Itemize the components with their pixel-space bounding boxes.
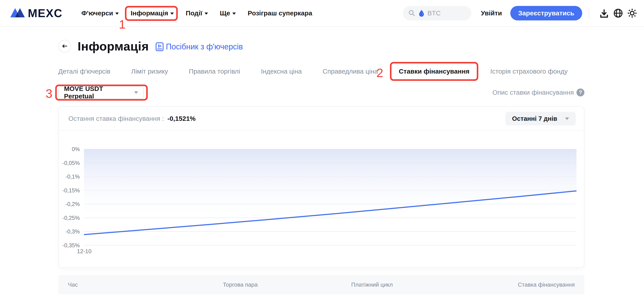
chevron-down-icon — [232, 13, 236, 15]
futures-guide-link[interactable]: Посібник з ф'ючерсів — [156, 42, 243, 51]
contract-select-value: MOVE USDT Perpetual — [64, 85, 134, 100]
funding-rate-panel: Остання ставка фінансування : -0,1521% О… — [58, 106, 584, 268]
annotation-step-3: 3 — [46, 87, 52, 100]
nav-item-2[interactable]: Інформація1 — [130, 8, 174, 18]
language-button[interactable] — [612, 8, 624, 19]
search-icon — [408, 10, 416, 17]
tab-3[interactable]: Правила торгівлі — [189, 68, 240, 75]
funding-rate-description-label: Опис ставки фінансування — [492, 89, 574, 96]
panel-header: Остання ставка фінансування : -0,1521% О… — [59, 107, 584, 131]
chevron-down-icon — [134, 91, 138, 94]
nav-item-label: Інформація — [131, 10, 168, 17]
area-fill — [84, 149, 576, 235]
login-button[interactable]: Увійти — [481, 10, 502, 17]
y-axis-label: -0,25% — [59, 215, 80, 221]
tab-6[interactable]: Ставки фінансування2 — [399, 68, 470, 75]
hot-flame-icon — [419, 10, 424, 17]
theme-toggle-button[interactable] — [626, 8, 638, 19]
annotation-box-2 — [390, 62, 478, 81]
mexc-logo-text: MEXC — [28, 7, 62, 20]
x-axis-label: 12-10 — [77, 248, 92, 255]
download-icon — [599, 8, 609, 19]
nav-item-1[interactable]: Ф'ючерси — [81, 8, 119, 18]
nav-item-label: Ще — [220, 10, 230, 17]
nav-item-4[interactable]: Ще — [220, 8, 236, 18]
funding-rate-description-link[interactable]: Опис ставки фінансування ? — [492, 88, 584, 96]
guide-book-icon — [156, 42, 164, 51]
last-funding-rate: Остання ставка фінансування : -0,1521% — [68, 115, 196, 122]
time-range-dropdown[interactable]: Останні 7 днів — [506, 112, 576, 125]
nav-item-3[interactable]: Події — [185, 8, 208, 18]
chevron-down-icon — [204, 13, 208, 15]
time-range-value: Останні 7 днів — [512, 115, 557, 122]
arrow-left-icon — [61, 42, 68, 50]
funding-chart-svg — [84, 149, 576, 247]
page-title: Інформація — [78, 39, 149, 53]
nav-divider — [589, 8, 589, 19]
tab-4[interactable]: Індексна ціна — [261, 68, 302, 75]
chevron-down-icon — [565, 117, 569, 120]
last-funding-rate-value: -0,1521% — [168, 115, 196, 122]
table-header-2: Торгова пара — [180, 281, 301, 288]
tabs-row: Деталі ф'ючерсівЛіміт ризикуПравила торг… — [58, 67, 584, 76]
contract-select-wrap: MOVE USDT Perpetual 3 — [58, 86, 144, 99]
title-row: Інформація Посібник з ф'ючерсів — [58, 38, 584, 54]
funding-table-header: ЧасТоргова параПлатіжний циклСтавка фіна… — [58, 275, 584, 294]
globe-icon — [613, 8, 624, 19]
tab-7[interactable]: Історія страхового фонду — [490, 68, 568, 75]
futures-guide-label: Посібник з ф'ючерсів — [166, 42, 243, 51]
y-axis-label: -0,2% — [59, 201, 80, 207]
main-content: Інформація Посібник з ф'ючерсів Деталі ф… — [58, 38, 584, 294]
table-header-4: Ставка фінансування — [443, 281, 575, 288]
table-header-1: Час — [68, 281, 180, 288]
tab-1[interactable]: Деталі ф'ючерсів — [58, 68, 110, 75]
nav-item-label: Події — [186, 10, 202, 17]
funding-rate-chart: 0%-0,05%-0,1%-0,15%-0,2%-0,25%-0,3%-0,35… — [59, 131, 584, 267]
question-mark-icon: ? — [576, 88, 584, 96]
register-button[interactable]: Зареєструватись — [510, 6, 582, 21]
search-input[interactable]: BTC — [403, 6, 471, 21]
nav-item-label: Ф'ючерси — [81, 10, 113, 17]
chevron-down-icon — [115, 13, 119, 15]
chevron-down-icon — [170, 13, 174, 15]
y-axis-label: 0% — [59, 146, 80, 153]
y-axis-label: -0,3% — [59, 228, 80, 235]
tab-2[interactable]: Ліміт ризику — [131, 68, 168, 75]
mexc-logo[interactable]: MEXC — [10, 6, 62, 20]
select-row: MOVE USDT Perpetual 3 Опис ставки фінанс… — [58, 86, 584, 99]
y-axis-label: -0,05% — [59, 160, 80, 166]
mexc-logo-icon — [10, 6, 25, 20]
top-navbar: MEXC Ф'ючерсиІнформація1ПодіїЩеРозіграш … — [0, 0, 644, 27]
y-axis-label: -0,15% — [59, 187, 80, 194]
annotation-step-1: 1 — [119, 18, 126, 31]
nav-item-5[interactable]: Розіграш суперкара — [247, 8, 313, 18]
y-axis-label: -0,35% — [59, 242, 80, 249]
contract-select-dropdown[interactable]: MOVE USDT Perpetual — [58, 86, 144, 99]
download-app-button[interactable] — [598, 8, 610, 19]
back-button[interactable] — [58, 40, 71, 53]
tab-5[interactable]: Справедлива ціна — [323, 68, 378, 75]
y-axis-label: -0,1% — [59, 173, 80, 180]
sun-icon — [627, 8, 638, 19]
main-menu: Ф'ючерсиІнформація1ПодіїЩеРозіграш супер… — [81, 8, 312, 18]
search-placeholder: BTC — [428, 10, 440, 17]
table-header-3: Платіжний цикл — [301, 281, 443, 288]
last-funding-rate-label: Остання ставка фінансування : — [68, 115, 164, 122]
nav-item-label: Розіграш суперкара — [248, 10, 312, 17]
